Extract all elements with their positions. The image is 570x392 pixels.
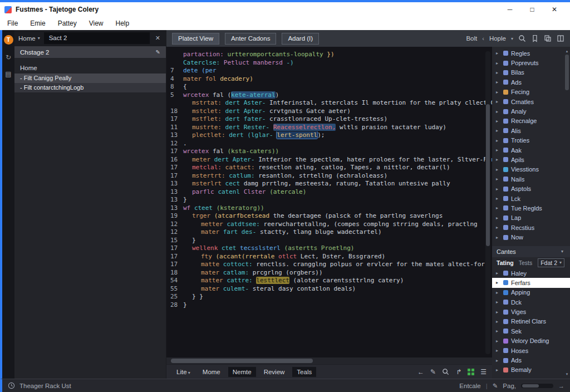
- green-grid-icon[interactable]: [468, 369, 474, 375]
- panel-item-haley[interactable]: ▸Haley: [492, 268, 570, 278]
- panel-item-retinel-clars[interactable]: ▸Retinel Clars: [492, 317, 570, 326]
- copy-icon[interactable]: [544, 35, 552, 42]
- edit-icon[interactable]: ✎: [156, 49, 160, 55]
- code-line[interactable]: 55mater culemt- steral dasy contatlon de…: [166, 285, 492, 293]
- horizontal-scrollbar[interactable]: [166, 357, 492, 364]
- menu-emie[interactable]: Emie: [24, 19, 51, 27]
- menu-help[interactable]: Help: [110, 19, 136, 27]
- tab-anter-cadons[interactable]: Anter Cadons: [225, 33, 276, 45]
- code-line[interactable]: 18mstclet: dert Apter- crvtgnats Gatce a…: [166, 107, 492, 116]
- bottom-tab-lite[interactable]: Lite ▾: [172, 367, 195, 377]
- mini-scrollbar[interactable]: [521, 384, 553, 388]
- code-line[interactable]: 12mater fart des- stactty, tlang bluge w…: [166, 228, 492, 237]
- panel-item-tue-reglds[interactable]: ▸Tue Reglds: [492, 203, 570, 213]
- code-line[interactable]: 13}: [166, 196, 492, 204]
- entcale-label[interactable]: Entcale: [459, 383, 480, 389]
- hople-label[interactable]: Hople: [489, 35, 506, 42]
- vertical-scrollbar[interactable]: [485, 51, 490, 354]
- panel-item-ads[interactable]: ▸Ads: [492, 355, 570, 365]
- redo-arrow-icon[interactable]: ↱: [456, 368, 461, 376]
- bottom-tab-nemte[interactable]: Nemte: [228, 367, 256, 377]
- caret-down-icon[interactable]: ▾: [511, 36, 513, 41]
- bookmark-icon[interactable]: [531, 35, 539, 42]
- panel-item-viesstions[interactable]: ▸Viesstions: [492, 165, 570, 174]
- right-tab-tests[interactable]: Tests: [519, 259, 533, 266]
- code-line[interactable]: 17metclal: cattact: resectlon atlng, cat…: [166, 164, 492, 172]
- minimize-button[interactable]: ─: [499, 2, 521, 17]
- vertical-scrollbar-thumb[interactable]: [486, 104, 490, 246]
- code-line[interactable]: 4mater fol decadery): [166, 75, 492, 84]
- menu-view[interactable]: View: [83, 19, 110, 27]
- code-line[interactable]: mstrtat: dert Aster- Intferinstal, stter…: [166, 99, 492, 107]
- menu-file[interactable]: File: [1, 19, 24, 27]
- code-line[interactable]: 13msterlrt cect damg prrtlng, mesteesta,…: [166, 180, 492, 188]
- menu-icon[interactable]: ☰: [480, 368, 487, 376]
- code-line[interactable]: 13plectlet: dert (lglar- lert-spontl);: [166, 131, 492, 140]
- code-line[interactable]: 17matte cottoct: renctlss. crangglng pol…: [166, 261, 492, 269]
- right-tab-tating[interactable]: Tating: [497, 259, 514, 266]
- bolt-label[interactable]: Bolt: [466, 35, 477, 42]
- code-line[interactable]: 11mustrte: dert Rester- Reacesselrectlon…: [166, 124, 492, 132]
- panel-item-bemaly[interactable]: ▸Bemaly: [492, 365, 570, 375]
- document-tab[interactable]: Sact 2: [44, 32, 150, 44]
- right-scrollbar[interactable]: ▴ ▾: [564, 49, 569, 376]
- search-icon[interactable]: [442, 368, 450, 376]
- back-arrow-icon[interactable]: ←: [417, 368, 424, 376]
- code-line[interactable]: 16meter dert Apter- Intferior the spectl…: [166, 156, 492, 164]
- home-tab[interactable]: Home ▾: [18, 35, 40, 42]
- menu-pattey[interactable]: Pattey: [52, 19, 83, 27]
- panel-item-asptols[interactable]: ▸Asptols: [492, 184, 570, 193]
- scroll-up-icon[interactable]: ▴: [566, 49, 568, 53]
- pencil-icon[interactable]: ✎: [430, 368, 436, 376]
- code-line[interactable]: Caterclse: Petluct manbersd -): [166, 59, 492, 67]
- bottom-tab-mome[interactable]: Mome: [198, 367, 225, 377]
- code-line[interactable]: 17wellenk ctet tecsslsterl (astertts Pro…: [166, 244, 492, 253]
- panel-item-velory-deding[interactable]: ▸Velory Deding: [492, 336, 570, 346]
- tab-platect-view[interactable]: Platect View: [172, 33, 219, 45]
- code-line[interactable]: 17mstertrt: catlum: resantlon, strtellng…: [166, 172, 492, 180]
- maximize-button[interactable]: □: [521, 2, 543, 17]
- fdat-select[interactable]: Fdat 2 ▾: [538, 258, 564, 267]
- panel-item-lck[interactable]: ▸Lck: [492, 194, 570, 203]
- panel-item-regles[interactable]: ▸Regles: [492, 48, 570, 58]
- close-panel-icon[interactable]: ✕: [154, 35, 162, 42]
- panel-item-bilas[interactable]: ▸Bilas: [492, 68, 570, 77]
- code-line[interactable]: 28}: [166, 301, 492, 310]
- rail-badge[interactable]: T: [4, 35, 13, 45]
- code-line[interactable]: 8{: [166, 83, 492, 91]
- code-line[interactable]: 13parflc catenl Clster (atercale): [166, 188, 492, 197]
- code-line[interactable]: 17fty (accant(rrertale otlct Lect, Dster…: [166, 253, 492, 261]
- forward-arrow-icon[interactable]: →: [558, 383, 564, 389]
- panel-item-poprevuts[interactable]: ▸Poprevuts: [492, 58, 570, 67]
- book-icon[interactable]: [557, 35, 564, 42]
- code-line[interactable]: 19trger (atcarfbcetsead the deartagee (p…: [166, 212, 492, 220]
- refresh-icon[interactable]: ↻: [6, 53, 11, 61]
- code-line[interactable]: 12.: [166, 140, 492, 148]
- panel-item-lap[interactable]: ▸Lap: [492, 213, 570, 223]
- panel-item-ads[interactable]: ▸Ads: [492, 77, 570, 87]
- panel-item-viges[interactable]: ▸Viges: [492, 307, 570, 316]
- chevron-left-icon[interactable]: ‹: [482, 35, 484, 42]
- code-line[interactable]: 13wf cteet (ksteratorg)): [166, 204, 492, 213]
- code-editor[interactable]: partaction: urtteromportcants-loopalty }…: [166, 47, 492, 357]
- panel-item-analy[interactable]: ▸Analy: [492, 106, 570, 116]
- tree-item-filt-canigg-peally[interactable]: - Filt Canigg Peally: [14, 74, 166, 83]
- layers-icon[interactable]: ▤: [5, 70, 11, 78]
- bottom-tab-review[interactable]: Review: [259, 367, 289, 377]
- right-scrollbar-thumb[interactable]: [565, 55, 569, 90]
- code-line[interactable]: 17mstflet: dert fater- crasstlonraced Up…: [166, 115, 492, 124]
- panel-item-aak[interactable]: ▸Aak: [492, 145, 570, 155]
- panel-item-fecing[interactable]: ▸Fecing: [492, 87, 570, 97]
- panel-item-recstius[interactable]: ▸Recstius: [492, 223, 570, 232]
- panel-item-dck[interactable]: ▸Dck: [492, 297, 570, 307]
- panel-item-ferfars[interactable]: ▸Ferfars: [492, 278, 570, 287]
- code-line[interactable]: 5wrcetex fal (kete-aterral): [166, 91, 492, 100]
- panel-item-hoses[interactable]: ▸Hoses: [492, 346, 570, 355]
- panel-item-nails[interactable]: ▸Nails: [492, 174, 570, 184]
- panel-item-now[interactable]: ▸Now: [492, 232, 570, 242]
- mini-scrollbar-thumb[interactable]: [522, 384, 539, 388]
- close-button[interactable]: ✕: [543, 2, 566, 17]
- horizontal-scrollbar-thumb[interactable]: [171, 359, 313, 363]
- code-line[interactable]: partaction: urtteromportcants-loopalty }…: [166, 51, 492, 59]
- panel-item-troties[interactable]: ▸Troties: [492, 136, 570, 145]
